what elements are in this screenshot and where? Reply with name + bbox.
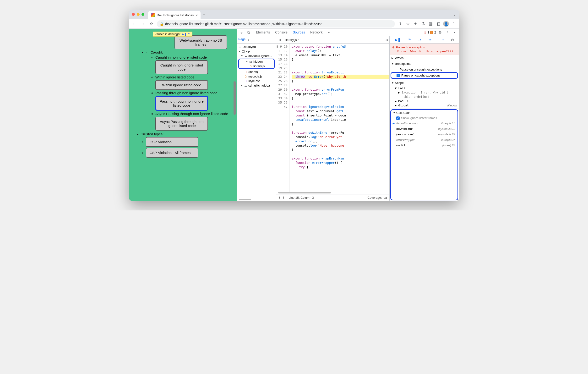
code-editor[interactable]: export async function unsafeS await dela… xyxy=(290,43,389,192)
pause-caught-checkbox[interactable]: ✓Pause on caught exceptions xyxy=(391,73,457,78)
back-button[interactable]: ← xyxy=(131,21,138,27)
file-tab-close-button[interactable]: × xyxy=(298,38,300,42)
file-tab-library[interactable]: library.js × xyxy=(285,38,300,42)
tab-sources[interactable]: Sources xyxy=(290,29,307,36)
device-toolbar-button[interactable]: ⧉ xyxy=(245,29,252,36)
profile-button[interactable]: 👤 xyxy=(443,21,449,27)
line-gutter[interactable]: 8 9 10 11 12 13 14 15 16 17 18 19 20 21 … xyxy=(276,43,290,192)
caught-non-text: Caught in non ignore listed code xyxy=(155,55,207,59)
favicon-icon xyxy=(151,13,155,17)
window-zoom-button[interactable] xyxy=(141,13,144,16)
resume-icon[interactable]: ▶❚ xyxy=(182,32,187,36)
watch-section[interactable]: ▶Watch xyxy=(390,55,459,61)
call-stack-frame[interactable]: ▶throwExceptionlibrary.js:15 xyxy=(391,120,458,126)
tree-cdn[interactable]: ▶☁cdn.glitch.globa xyxy=(237,83,276,88)
step-button[interactable]: →• xyxy=(439,38,444,42)
async-passing-button[interactable]: Async Passing through non ignore listed … xyxy=(155,117,208,130)
settings-button[interactable]: ⚙ xyxy=(437,29,443,36)
tab-close-button[interactable]: × xyxy=(196,13,198,17)
url-text: devtools-ignore-list-stories.glitch.me/#… xyxy=(165,22,325,26)
scope-global[interactable]: ▶ GlobalWindow xyxy=(390,103,459,108)
call-stack-frame[interactable]: errorWrapperlibrary.js:37 xyxy=(391,137,458,142)
caught-non-button[interactable]: Caught in non ignore listed code xyxy=(155,60,208,74)
tree-library-js[interactable]: 🗋library.js xyxy=(239,64,274,68)
frame-name: (anonymous) xyxy=(396,132,414,136)
call-stack-frame[interactable]: doWithErrormycode.js:18 xyxy=(391,126,458,131)
bookmark-button[interactable]: ☆ xyxy=(404,21,411,27)
frame-location: (index):83 xyxy=(442,144,455,147)
paused-in-debugger-overlay: Paused in debugger ▶❚ ↷ xyxy=(153,32,192,37)
lock-icon: 🔒 xyxy=(160,22,164,26)
page-subtab[interactable]: Page xyxy=(238,37,245,42)
navigator-menu-button[interactable]: ⋮ xyxy=(272,38,275,42)
breakpoints-section[interactable]: ▼Breakpoints xyxy=(390,61,459,66)
csp-violation-all-button[interactable]: CSP Violation - All frames xyxy=(146,148,198,158)
error-count: 1 xyxy=(427,31,429,34)
navigator-overflow-button[interactable]: » xyxy=(247,38,249,42)
forward-button[interactable]: → xyxy=(140,21,146,27)
passing-button[interactable]: Passing through non ignore listed code xyxy=(155,96,208,111)
step-out-button[interactable]: ↑• xyxy=(428,38,432,42)
call-stack-section: ▼Call Stack ✓Show ignore-listed frames ▶… xyxy=(390,109,458,200)
tree-hidden-folder[interactable]: ▼🗀hidden xyxy=(239,59,274,64)
warning-icon[interactable]: ! xyxy=(430,31,433,34)
step-into-button[interactable]: ↓• xyxy=(418,38,421,42)
toggle-debugger-button[interactable]: ⇥ xyxy=(385,38,388,42)
tree-style[interactable]: 🗋style.css xyxy=(237,79,276,83)
devtools-close-button[interactable]: × xyxy=(451,29,458,36)
pause-uncaught-checkbox[interactable]: Pause on uncaught exceptions xyxy=(390,67,459,72)
csp-violation-button[interactable]: CSP Violation xyxy=(146,137,198,147)
paused-label: Paused in debugger xyxy=(155,32,180,36)
call-stack-header[interactable]: ▼Call Stack xyxy=(391,110,458,116)
share-button[interactable]: ⇪ xyxy=(397,21,403,27)
error-icon[interactable]: ⊗ xyxy=(424,31,426,34)
within-button[interactable]: Within ignore listed code xyxy=(155,80,208,90)
editor-status-bar: { } Line 15, Column 3 Coverage: n/a xyxy=(276,194,389,201)
call-stack-frame[interactable]: (anonymous)mycode.js:89 xyxy=(391,131,458,137)
new-tab-button[interactable]: + xyxy=(202,12,205,17)
window-close-button[interactable] xyxy=(132,13,135,16)
tab-network[interactable]: Network xyxy=(308,29,325,36)
extensions-button[interactable]: ✦ xyxy=(412,21,419,27)
pretty-print-button[interactable]: { } xyxy=(279,196,284,199)
browser-tab[interactable]: DevTools ignore list stories × xyxy=(148,11,200,19)
tab-elements[interactable]: Elements xyxy=(254,29,272,36)
reload-button[interactable]: ⟳ xyxy=(148,21,155,27)
labs-button[interactable]: ⚗ xyxy=(420,21,426,27)
step-over-button[interactable]: ↷ xyxy=(408,38,411,42)
scope-exception[interactable]: ▶ Exception: Error: Why did t xyxy=(390,90,459,95)
extension-icon[interactable]: ▦ xyxy=(427,21,434,27)
chrome-menu-button[interactable]: ⋮ xyxy=(450,21,457,27)
editor-scrollbar[interactable] xyxy=(278,192,331,193)
scope-module[interactable]: ▶ Module xyxy=(390,99,459,103)
checkbox-icon xyxy=(395,68,398,71)
deactivate-breakpoints-button[interactable]: ⊘ xyxy=(451,38,454,42)
show-ignored-checkbox[interactable]: ✓Show ignore-listed frames xyxy=(391,116,458,120)
tree-mycode[interactable]: 🗋mycode.js xyxy=(237,74,276,79)
page-viewport: Paused in debugger ▶❚ ↷ WebAssembly trap… xyxy=(129,29,237,201)
step-over-icon[interactable]: ↷ xyxy=(188,32,191,36)
tab-overflow-button[interactable]: ⌄ xyxy=(453,12,456,16)
tree-top[interactable]: ▼top xyxy=(237,49,276,53)
async-passing-text: Async Passing through non ignore listed … xyxy=(155,112,228,116)
wasm-trap-button[interactable]: WebAssembly trap - no JS frames xyxy=(175,35,227,49)
tree-index[interactable]: 🗋(index) xyxy=(237,70,276,74)
page-scrollbar[interactable] xyxy=(233,81,236,115)
tree-origin[interactable]: ▼☁devtools-ignore... xyxy=(237,53,276,58)
address-bar[interactable]: 🔒 devtools-ignore-list-stories.glitch.me… xyxy=(157,20,395,28)
resume-button[interactable]: ▶❚ xyxy=(395,38,401,42)
call-stack-frame[interactable]: onclick(index):83 xyxy=(391,142,458,148)
navigator-scrollbar[interactable] xyxy=(239,199,251,200)
inspect-element-button[interactable]: ⟐ xyxy=(238,29,244,36)
devtools-menu-button[interactable]: ⋮ xyxy=(444,29,450,36)
window-minimize-button[interactable] xyxy=(137,13,140,16)
window-icon xyxy=(242,50,244,53)
tab-console[interactable]: Console xyxy=(273,29,290,36)
extension-icon-2[interactable]: ◧ xyxy=(435,21,442,27)
scope-section[interactable]: ▼Scope xyxy=(390,80,459,85)
tree-deployed[interactable]: ⊞Deployed xyxy=(237,44,276,49)
tabs-overflow-button[interactable]: » xyxy=(325,29,332,36)
toggle-navigator-button[interactable]: ⇤ xyxy=(278,37,284,43)
frame-location: mycode.js:18 xyxy=(438,127,455,130)
scope-local[interactable]: ▼ Local xyxy=(390,86,459,90)
